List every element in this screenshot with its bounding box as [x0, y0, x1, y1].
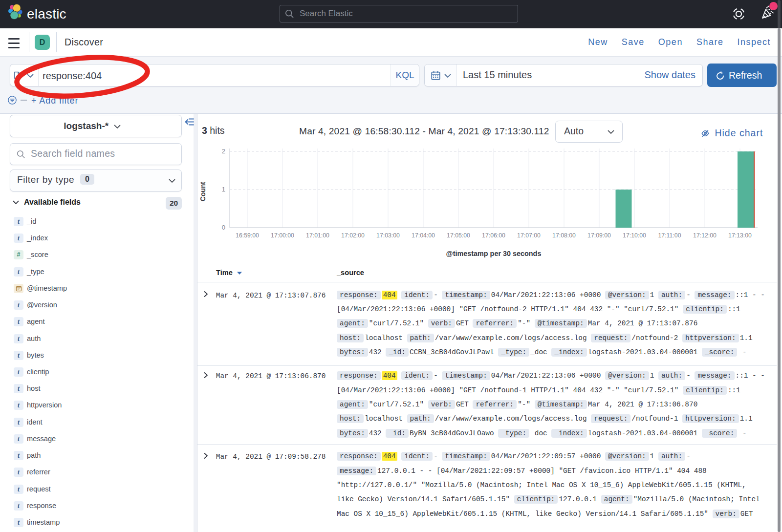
svg-text:17:08:00: 17:08:00 [552, 232, 576, 239]
svg-text:17:13:00: 17:13:00 [728, 232, 752, 239]
svg-text:17:00:00: 17:00:00 [271, 232, 294, 239]
svg-text:@timestamp per 30 seconds: @timestamp per 30 seconds [446, 250, 542, 257]
svg-text:17:06:00: 17:06:00 [482, 232, 505, 239]
svg-text:17:10:00: 17:10:00 [623, 232, 646, 239]
svg-text:17:07:00: 17:07:00 [517, 232, 541, 239]
svg-text:2: 2 [222, 148, 225, 155]
svg-text:17:03:00: 17:03:00 [376, 232, 400, 239]
svg-text:1: 1 [222, 186, 225, 193]
svg-text:17:09:00: 17:09:00 [587, 232, 611, 239]
svg-text:17:11:00: 17:11:00 [658, 232, 681, 239]
svg-text:17:05:00: 17:05:00 [447, 232, 470, 239]
svg-text:17:12:00: 17:12:00 [693, 232, 717, 239]
svg-text:17:04:00: 17:04:00 [412, 232, 435, 239]
svg-text:17:01:00: 17:01:00 [306, 232, 329, 239]
svg-text:17:02:00: 17:02:00 [341, 232, 365, 239]
svg-text:Count: Count [199, 182, 207, 201]
svg-text:0: 0 [222, 224, 225, 231]
svg-text:16:59:00: 16:59:00 [236, 232, 259, 239]
